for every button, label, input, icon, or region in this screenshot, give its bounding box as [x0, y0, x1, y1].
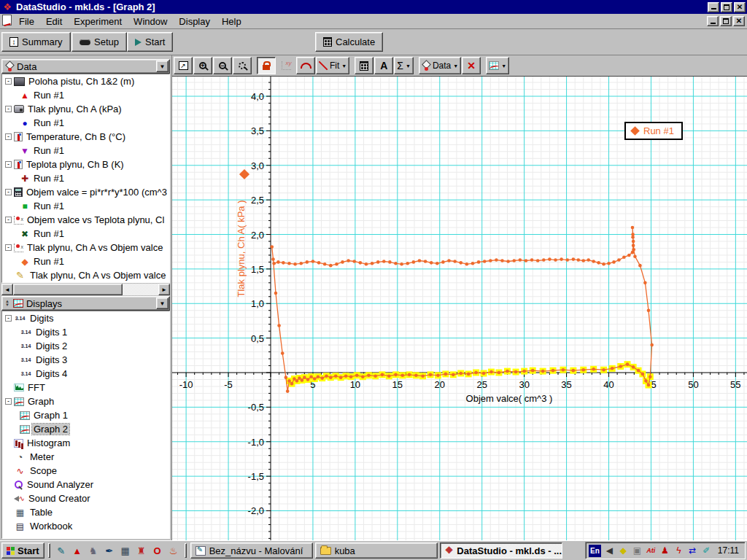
- data-panel-header[interactable]: Data ▼: [1, 59, 170, 74]
- scale-to-fit-button[interactable]: ↗: [174, 57, 193, 74]
- display-tree-item[interactable]: ▦Table: [2, 505, 169, 519]
- quicklaunch-pen-icon[interactable]: ✒: [102, 543, 117, 558]
- quicklaunch-acrobat-icon[interactable]: ▲: [70, 543, 85, 558]
- quicklaunch-bird-icon[interactable]: ♞: [86, 543, 101, 558]
- tray-lens-icon[interactable]: ◆: [617, 545, 630, 557]
- scroll-thumb[interactable]: [13, 284, 123, 295]
- task-button-paint[interactable]: Bez_názvu - Malování: [190, 542, 313, 559]
- data-tree-item[interactable]: -Objem valce = pi*r*r*y*100 (cm^3: [2, 185, 169, 199]
- tray-sync-icon[interactable]: ⇄: [686, 545, 699, 557]
- tree-expander-icon[interactable]: -: [5, 78, 12, 85]
- data-tree-item[interactable]: -Temperature, Ch B (°C): [2, 130, 169, 144]
- graph-plot-area[interactable]: -10-55101520253035404550554,03,53,02,52,…: [172, 76, 747, 540]
- menu-help[interactable]: Help: [216, 15, 247, 28]
- displays-panel-header[interactable]: ▲▼ Displays ▼: [1, 296, 170, 311]
- tree-expander-icon[interactable]: -: [5, 315, 12, 322]
- data-run-item[interactable]: ✖Run #1: [2, 227, 169, 241]
- slope-tool-button[interactable]: [296, 57, 315, 74]
- setup-button[interactable]: Setup: [71, 32, 127, 52]
- quicklaunch-calculator-icon[interactable]: ▦: [118, 543, 133, 558]
- language-indicator[interactable]: En: [589, 545, 601, 557]
- display-tree-item[interactable]: -Graph: [2, 394, 169, 408]
- zoom-in-button[interactable]: +: [193, 57, 212, 74]
- tray-volume-icon[interactable]: ◀: [603, 545, 616, 557]
- tree-expander-icon[interactable]: -: [5, 244, 12, 251]
- panel-splitter-grip[interactable]: ▲▼: [5, 300, 9, 307]
- zoom-out-button[interactable]: −: [213, 57, 232, 74]
- task-button-datastudio[interactable]: ❖DataStudio - mkl.ds - ...: [440, 542, 562, 559]
- quicklaunch-flame-icon[interactable]: ♨: [166, 543, 181, 558]
- tree-expander-icon[interactable]: -: [5, 398, 12, 405]
- quicklaunch-notes-icon[interactable]: ✎: [54, 543, 69, 558]
- display-tree-item[interactable]: FFT: [2, 381, 169, 394]
- scroll-left-button[interactable]: ◄: [1, 284, 13, 295]
- data-menu-button[interactable]: Data ▼: [419, 57, 461, 74]
- menu-window[interactable]: Window: [128, 15, 173, 28]
- child-restore-button[interactable]: [720, 16, 732, 26]
- data-run-item[interactable]: ▲Run #1: [2, 88, 169, 102]
- start-button[interactable]: Start: [127, 32, 173, 52]
- data-run-item[interactable]: ✚Run #1: [2, 171, 169, 185]
- tree-expander-icon[interactable]: -: [5, 217, 12, 223]
- tree-expander-icon[interactable]: -: [5, 133, 12, 140]
- displays-dropdown-button[interactable]: ▼: [156, 298, 169, 309]
- restore-button[interactable]: [721, 2, 732, 12]
- display-tree-item[interactable]: ◔Meter: [2, 450, 169, 464]
- quicklaunch-dragon-icon[interactable]: ♜: [134, 543, 149, 558]
- data-tree-item[interactable]: -Teplota plynu, Ch B (K): [2, 158, 169, 171]
- start-menu-button[interactable]: Start: [1, 542, 44, 559]
- zoom-select-button[interactable]: [233, 57, 252, 74]
- smart-tool-button[interactable]: [257, 57, 276, 74]
- data-tree-item[interactable]: -Tlak plynu, Ch A (kPa): [2, 102, 169, 116]
- statistics-button[interactable]: Σ ▼: [394, 57, 414, 74]
- text-tool-button[interactable]: A: [374, 57, 393, 74]
- tray-figure-icon[interactable]: ♟: [659, 545, 671, 557]
- display-tree-item[interactable]: Sound Analyzer: [2, 478, 169, 491]
- legend-box[interactable]: Run #1: [624, 122, 683, 140]
- data-tree-item[interactable]: -Poloha pistu, Ch 1&2 (m): [2, 74, 169, 88]
- child-minimize-button[interactable]: [707, 16, 719, 26]
- summary-button[interactable]: ↕ Summary: [1, 32, 71, 52]
- display-tree-item[interactable]: -3.14Digits: [2, 311, 169, 325]
- calculate-button[interactable]: Calculate: [315, 32, 383, 52]
- data-dropdown-button[interactable]: ▼: [156, 61, 169, 72]
- data-tree-hscrollbar[interactable]: ◄ ►: [1, 284, 170, 295]
- tray-draw-icon[interactable]: ✐: [700, 545, 713, 557]
- tray-ati-icon[interactable]: Ati: [645, 545, 657, 557]
- menu-file[interactable]: File: [13, 15, 40, 28]
- child-close-button[interactable]: ✕: [733, 16, 745, 26]
- remove-button[interactable]: ✕: [462, 57, 481, 74]
- display-tree-item[interactable]: Histogram: [2, 436, 169, 450]
- data-run-item[interactable]: ▼Run #1: [2, 144, 169, 158]
- data-run-item[interactable]: ●Run #1: [2, 116, 169, 130]
- data-tree-item[interactable]: -Objem valce vs Teplota plynu, Cl: [2, 213, 169, 227]
- close-button[interactable]: ✕: [734, 2, 746, 12]
- display-child-item[interactable]: Graph 2: [2, 422, 169, 436]
- menu-display[interactable]: Display: [173, 15, 216, 28]
- tray-scheduler-icon[interactable]: ▣: [631, 545, 643, 557]
- data-run-item[interactable]: ◆Run #1: [2, 254, 169, 268]
- calculate-tool-button[interactable]: [355, 57, 374, 74]
- data-tree-item[interactable]: -Tlak plynu, Ch A vs Objem valce: [2, 241, 169, 254]
- tree-expander-icon[interactable]: -: [5, 189, 12, 195]
- display-tree-item[interactable]: Sound Creator: [2, 491, 169, 505]
- mdi-child-icon[interactable]: [0, 15, 13, 28]
- display-child-item[interactable]: Graph 1: [2, 408, 169, 422]
- display-tree-item[interactable]: ∿Scope: [2, 464, 169, 478]
- minimize-button[interactable]: [708, 2, 719, 12]
- scroll-right-button[interactable]: ►: [158, 284, 170, 295]
- display-child-item[interactable]: 3.14Digits 4: [2, 367, 169, 381]
- tree-expander-icon[interactable]: -: [5, 106, 12, 112]
- menu-experiment[interactable]: Experiment: [68, 15, 128, 28]
- xy-tool-button[interactable]: [276, 57, 295, 74]
- display-child-item[interactable]: 3.14Digits 2: [2, 339, 169, 353]
- quicklaunch-opera-icon[interactable]: O: [150, 543, 165, 558]
- fit-menu-button[interactable]: Fit ▼: [316, 57, 349, 74]
- menu-edit[interactable]: Edit: [40, 15, 68, 28]
- data-run-item[interactable]: ■Run #1: [2, 199, 169, 213]
- display-child-item[interactable]: 3.14Digits 1: [2, 325, 169, 339]
- display-tree-item[interactable]: ▤Workbook: [2, 519, 169, 533]
- tray-flash-icon[interactable]: ϟ: [673, 545, 685, 557]
- task-button-folder[interactable]: kuba: [315, 542, 438, 559]
- graph-settings-button[interactable]: ▼: [486, 57, 509, 74]
